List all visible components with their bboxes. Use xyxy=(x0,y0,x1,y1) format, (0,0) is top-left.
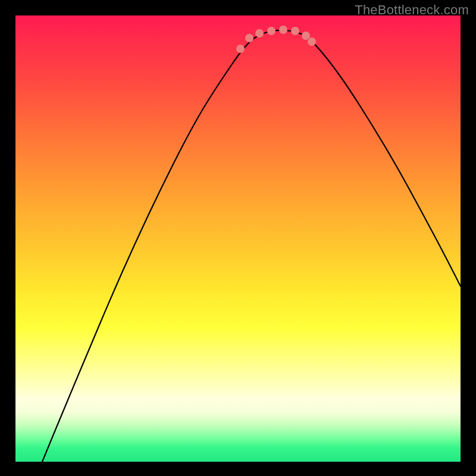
pink-marker xyxy=(255,29,264,37)
pink-marker xyxy=(267,27,275,35)
pink-marker xyxy=(245,34,253,42)
pink-marker xyxy=(279,26,287,34)
plot-area xyxy=(15,15,461,462)
pink-marker xyxy=(236,45,245,53)
pink-marker xyxy=(308,37,316,46)
curve-svg xyxy=(15,15,461,462)
chart-frame: TheBottleneck.com xyxy=(0,0,476,476)
black-curve xyxy=(42,30,461,462)
pink-marker xyxy=(302,32,310,40)
pink-markers xyxy=(236,26,316,53)
pink-marker xyxy=(291,27,299,35)
watermark-text: TheBottleneck.com xyxy=(355,2,469,18)
